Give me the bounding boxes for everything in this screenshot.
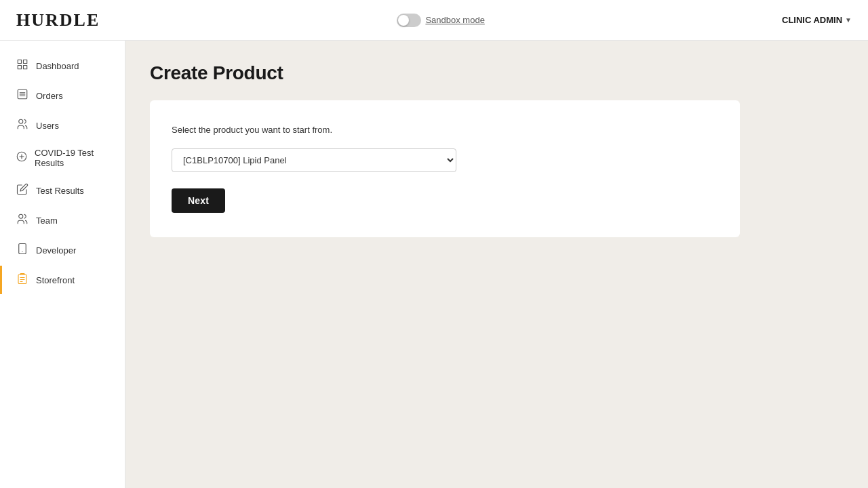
svg-rect-15 [18, 274, 26, 284]
svg-rect-2 [18, 66, 21, 69]
grid-icon [16, 58, 29, 73]
users-icon [16, 118, 29, 133]
sidebar-label-orders: Orders [36, 91, 63, 101]
card-instruction: Select the product you want to start fro… [172, 125, 718, 135]
header-center: Sandbox mode [397, 14, 484, 27]
sidebar-label-covid19: COVID-19 Test Results [35, 148, 111, 168]
sidebar-item-storefront[interactable]: Storefront [0, 266, 125, 294]
sidebar-item-team[interactable]: Team [0, 206, 125, 235]
team-icon [16, 213, 29, 228]
svg-rect-13 [19, 244, 26, 254]
product-select[interactable]: [C1BLP10700] Lipid Panel [C1BLP10701] Ba… [172, 148, 456, 172]
sandbox-toggle[interactable]: Sandbox mode [397, 14, 484, 27]
svg-rect-1 [24, 60, 27, 63]
list-icon [16, 88, 29, 103]
edit-icon [16, 183, 29, 198]
sidebar-item-developer[interactable]: Developer [0, 236, 125, 264]
sidebar-label-storefront: Storefront [36, 275, 75, 285]
main-layout: Dashboard Orders Users COVID-19 Test Res… [0, 41, 868, 488]
plus-circle-icon [16, 150, 28, 165]
sidebar-item-covid19[interactable]: COVID-19 Test Results [0, 141, 125, 175]
clipboard-icon [16, 272, 29, 287]
sidebar-item-users[interactable]: Users [0, 111, 125, 140]
app-header: HURDLE Sandbox mode CLINIC ADMIN ▼ [0, 0, 868, 41]
svg-rect-3 [24, 66, 27, 69]
chevron-down-icon: ▼ [845, 16, 852, 24]
sandbox-mode-label[interactable]: Sandbox mode [425, 15, 484, 25]
page-title: Create Product [150, 62, 844, 84]
sidebar-label-team: Team [36, 216, 58, 226]
sidebar-label-users: Users [36, 121, 59, 131]
create-product-card: Select the product you want to start fro… [150, 100, 740, 237]
clinic-admin-button[interactable]: CLINIC ADMIN ▼ [782, 15, 852, 25]
toggle-thumb [398, 15, 409, 26]
sidebar-item-dashboard[interactable]: Dashboard [0, 52, 125, 80]
sidebar-label-test-results: Test Results [36, 186, 84, 196]
sidebar-label-dashboard: Dashboard [36, 61, 79, 71]
logo: HURDLE [16, 10, 100, 30]
sidebar: Dashboard Orders Users COVID-19 Test Res… [0, 41, 125, 488]
svg-rect-0 [18, 60, 21, 63]
next-button[interactable]: Next [172, 188, 225, 213]
sidebar-label-developer: Developer [36, 245, 76, 256]
main-content: Create Product Select the product you wa… [125, 41, 868, 488]
toggle-track[interactable] [397, 14, 421, 27]
header-right: CLINIC ADMIN ▼ [782, 15, 852, 25]
sidebar-item-orders[interactable]: Orders [0, 81, 125, 110]
svg-point-12 [19, 214, 23, 218]
sidebar-item-test-results[interactable]: Test Results [0, 176, 125, 205]
smartphone-icon [16, 243, 29, 258]
svg-point-8 [19, 119, 23, 123]
